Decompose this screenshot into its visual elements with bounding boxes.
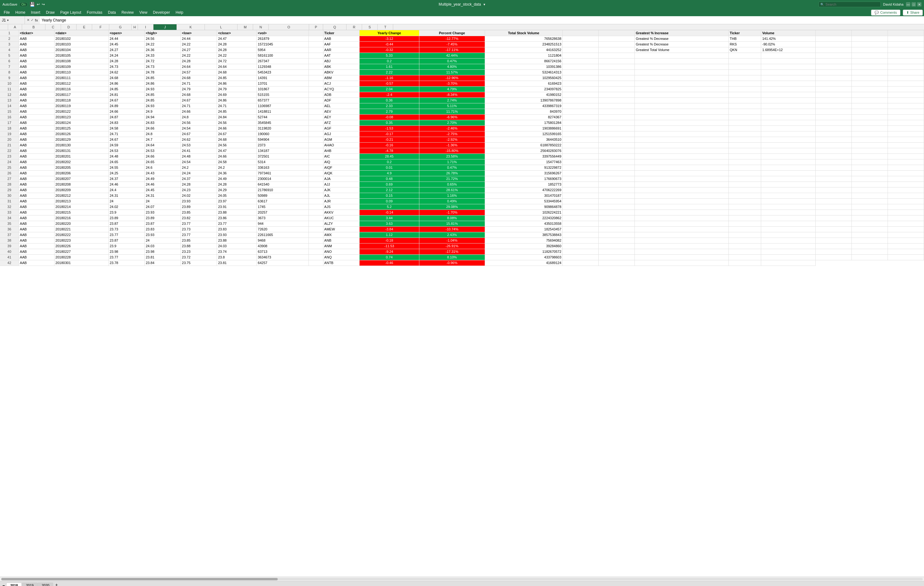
col-header-E[interactable]: E: [77, 24, 92, 30]
table-row[interactable]: 20AAB2018012924.6724.724.6224.68594904AG…: [0, 137, 924, 142]
cell[interactable]: [563, 187, 599, 193]
cell[interactable]: 20180227: [54, 249, 109, 254]
cell[interactable]: 24.64: [145, 142, 181, 148]
cell[interactable]: [563, 154, 599, 159]
cell[interactable]: [761, 120, 815, 125]
cell[interactable]: -0.32: [359, 47, 419, 53]
cell[interactable]: 24.58: [109, 125, 145, 131]
cell[interactable]: [761, 159, 815, 165]
cell[interactable]: [599, 226, 635, 232]
cell[interactable]: AIQ: [323, 159, 359, 165]
cell[interactable]: [563, 170, 599, 176]
cell[interactable]: [309, 92, 323, 97]
cell[interactable]: 24.28: [217, 182, 257, 187]
cell[interactable]: 63617: [257, 198, 309, 204]
cell[interactable]: [888, 249, 924, 254]
cell[interactable]: [599, 86, 635, 92]
cell[interactable]: AMEW: [323, 226, 359, 232]
cell[interactable]: 20257: [257, 210, 309, 215]
cell[interactable]: 24.55: [109, 165, 145, 170]
cell[interactable]: 8.10%: [419, 254, 485, 260]
scroll-sheets-right[interactable]: ▶: [4, 584, 6, 586]
cell[interactable]: [563, 226, 599, 232]
cell[interactable]: 5453423: [257, 69, 309, 75]
cell[interactable]: [851, 170, 888, 176]
cell[interactable]: [815, 69, 851, 75]
cell[interactable]: -0.08: [359, 114, 419, 120]
cell[interactable]: [851, 58, 888, 64]
cell[interactable]: AAB: [19, 193, 54, 198]
cell[interactable]: 2.33: [359, 103, 419, 109]
cell[interactable]: 2.12: [359, 187, 419, 193]
cell[interactable]: 21786910: [257, 187, 309, 193]
cell[interactable]: -3.12: [359, 36, 419, 41]
cell[interactable]: [888, 165, 924, 170]
col-header-C[interactable]: C: [45, 24, 61, 30]
cell[interactable]: AAB: [19, 182, 54, 187]
cell[interactable]: [851, 92, 888, 97]
cell[interactable]: 4.79%: [419, 86, 485, 92]
cell[interactable]: [635, 193, 729, 198]
table-row[interactable]: 30AAB2018021224.3124.3124.0224.0550989AJ…: [0, 193, 924, 198]
cell[interactable]: [599, 36, 635, 41]
cell[interactable]: 1903886691: [485, 125, 562, 131]
cell[interactable]: [815, 154, 851, 159]
cell[interactable]: 175801284: [485, 120, 562, 125]
table-row[interactable]: 17AAB2018012424.8324.8324.5624.563545845…: [0, 120, 924, 125]
cell[interactable]: AJR: [323, 198, 359, 204]
cell[interactable]: [635, 142, 729, 148]
cell[interactable]: [888, 109, 924, 114]
col-header-H[interactable]: H: [132, 24, 138, 30]
cell[interactable]: AAB: [19, 204, 54, 210]
table-row[interactable]: 27AAB2018020724.3724.4924.3724.492300014…: [0, 176, 924, 182]
cell[interactable]: 267347: [257, 58, 309, 64]
cell[interactable]: [888, 221, 924, 226]
cell[interactable]: 23.87: [109, 238, 145, 243]
cell[interactable]: [888, 86, 924, 92]
col-header-O[interactable]: O: [269, 24, 309, 30]
cell[interactable]: [599, 114, 635, 120]
cell[interactable]: -17.31%: [419, 249, 485, 254]
cell[interactable]: ACYQ: [323, 86, 359, 92]
cell[interactable]: 24.66: [217, 125, 257, 131]
table-row[interactable]: 26AAB2018020624.2524.4324.2424.367973461…: [0, 170, 924, 176]
cell[interactable]: [309, 97, 323, 103]
cell[interactable]: 24.94: [145, 114, 181, 120]
cell[interactable]: [851, 238, 888, 243]
cell[interactable]: 24.68: [109, 75, 145, 81]
cell[interactable]: [599, 58, 635, 64]
cell[interactable]: 2.22: [359, 69, 419, 75]
sheet-tab-2018[interactable]: 2018: [6, 583, 22, 586]
table-row[interactable]: 13AAB2018011824.6724.8524.6724.86657377A…: [0, 97, 924, 103]
table-row[interactable]: 33AAB2018021523.923.9323.8523.8820257AKK…: [0, 210, 924, 215]
cell[interactable]: 20180104: [54, 47, 109, 53]
cell[interactable]: [761, 232, 815, 238]
cell[interactable]: 15721045: [257, 41, 309, 47]
cell[interactable]: [635, 81, 729, 86]
cell[interactable]: [599, 182, 635, 187]
cell[interactable]: AAB: [19, 198, 54, 204]
cell[interactable]: [635, 165, 729, 170]
cell[interactable]: [599, 92, 635, 97]
cell[interactable]: [761, 125, 815, 131]
cell[interactable]: -90.02%: [761, 41, 815, 47]
cell[interactable]: 24.62: [109, 69, 145, 75]
cell[interactable]: Ticker: [729, 30, 761, 36]
cell[interactable]: ANTB: [323, 260, 359, 266]
cell[interactable]: 23.85: [181, 210, 217, 215]
cell[interactable]: [729, 226, 761, 232]
cell[interactable]: 594904: [257, 137, 309, 142]
cell[interactable]: 3.44: [359, 215, 419, 221]
cell[interactable]: 20180207: [54, 176, 109, 182]
cell[interactable]: [563, 232, 599, 238]
cell[interactable]: [599, 81, 635, 86]
cell[interactable]: AAB: [19, 221, 54, 226]
cell[interactable]: [309, 114, 323, 120]
cell[interactable]: 24.69: [217, 92, 257, 97]
col-header-F[interactable]: F: [92, 24, 109, 30]
cell[interactable]: AHAO: [323, 142, 359, 148]
cell[interactable]: [599, 148, 635, 154]
cell[interactable]: [888, 232, 924, 238]
cell[interactable]: 24.37: [181, 176, 217, 182]
cell[interactable]: [888, 193, 924, 198]
